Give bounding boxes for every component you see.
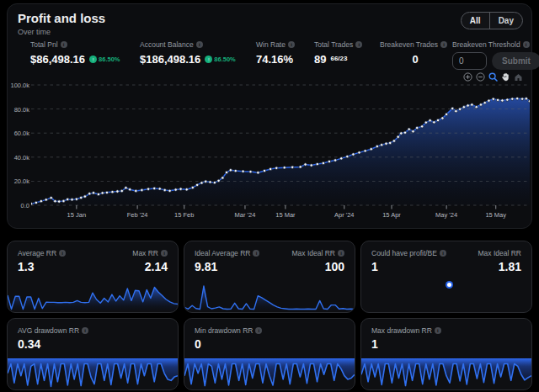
pnl-area-chart[interactable]: [31, 82, 530, 209]
positive-change-badge: 86.50%: [205, 56, 235, 63]
info-icon[interactable]: [59, 250, 66, 257]
card-label: Average RR: [18, 249, 56, 257]
card-label: Max Ideal RR: [478, 249, 522, 257]
range-all-button[interactable]: All: [462, 13, 489, 29]
info-icon[interactable]: [255, 327, 262, 334]
min-drawdown-sparkline: [184, 358, 355, 389]
chart-toolbar: [463, 72, 523, 82]
card-value: 100: [325, 260, 344, 273]
stat-win-rate: Win Rate 74.16%: [256, 40, 295, 66]
submit-button[interactable]: Submit: [492, 52, 539, 70]
ideal-average-rr-sparkline: [184, 283, 355, 312]
x-tick-label: 15 Jan: [67, 211, 87, 219]
card-avg-drawdown-rr: AVG drawdown RR 0.34: [7, 318, 179, 390]
max-drawdown-sparkline: [361, 358, 531, 389]
card-average-rr: Average RR Max RR 1.3 2.14: [7, 241, 179, 313]
stat-label: Win Rate: [256, 40, 286, 49]
pnl-panel: Profit and loss Over time All Day Total …: [7, 3, 532, 229]
card-ideal-average-rr: Ideal Average RR Max Ideal RR 9.81 100: [184, 241, 355, 313]
range-toggle: All Day: [461, 12, 523, 29]
info-icon[interactable]: [196, 41, 203, 48]
stat-label: Breakeven Trades: [380, 40, 438, 49]
card-max-drawdown-rr: Max drawdown RR 1: [360, 318, 532, 390]
x-tick-label: 15 Apr: [382, 211, 401, 219]
avg-drawdown-sparkline: [8, 358, 178, 389]
x-tick-label: Apr '24: [334, 211, 355, 219]
card-label: Max Ideal RR: [292, 249, 336, 257]
card-label: Could have profit/BE: [371, 249, 437, 257]
card-value: 1: [371, 337, 378, 351]
info-icon[interactable]: [288, 41, 295, 48]
info-icon[interactable]: [161, 250, 168, 257]
card-value: 1.81: [499, 260, 521, 273]
x-tick-label: May '24: [435, 211, 457, 219]
card-label: AVG drawdown RR: [18, 326, 79, 335]
card-value: 0: [195, 337, 201, 351]
page-title: Profit and loss: [18, 11, 105, 25]
card-value: 0.34: [18, 337, 40, 351]
y-tick-label: 60.0k: [8, 130, 29, 137]
range-day-button[interactable]: Day: [489, 13, 522, 29]
card-min-drawdown-rr: Min drawdown RR 0: [184, 318, 355, 390]
page-subtitle: Over time: [18, 28, 51, 36]
stat-label: Account Balance: [140, 40, 194, 49]
stat-value: 74.16%: [256, 53, 293, 66]
card-label: Ideal Average RR: [195, 249, 250, 257]
stat-breakeven-trades: Breakeven Trades 0: [380, 40, 451, 66]
y-tick-label: 80.0k: [8, 106, 29, 114]
card-value: 9.81: [195, 260, 217, 273]
stat-value: $186,498.16: [140, 53, 200, 66]
y-tick-label: 20.0k: [8, 177, 29, 185]
stat-total-trades: Total Trades 8966/23: [314, 40, 362, 66]
y-tick-label: 0.0: [8, 202, 29, 209]
stat-account-balance: Account Balance $186,498.16 86.50%: [140, 40, 236, 66]
x-tick-label: 15 Mar: [275, 211, 295, 219]
positive-change-badge: 86.50%: [89, 56, 120, 63]
x-tick-label: 15 Feb: [174, 211, 194, 219]
info-icon[interactable]: [523, 41, 530, 48]
info-icon[interactable]: [82, 327, 88, 334]
card-value: 1: [371, 260, 378, 273]
card-value: 2.14: [145, 260, 168, 273]
stat-value: 0: [412, 53, 418, 66]
info-icon[interactable]: [338, 250, 344, 257]
breakeven-threshold-input[interactable]: [452, 52, 487, 70]
info-icon[interactable]: [355, 41, 362, 48]
stat-label: Total Trades: [314, 40, 353, 49]
info-icon[interactable]: [435, 327, 441, 334]
arrow-up-icon: [205, 56, 212, 63]
pan-hand-icon[interactable]: [501, 72, 510, 82]
arrow-up-icon: [89, 56, 97, 63]
x-tick-label: 15 May: [485, 211, 506, 219]
box-zoom-icon[interactable]: [488, 72, 498, 82]
zoom-out-icon[interactable]: [476, 72, 485, 82]
x-tick-label: Feb '24: [127, 211, 148, 219]
stat-value: 89: [314, 53, 326, 66]
info-icon[interactable]: [253, 250, 259, 257]
y-tick-label: 100.0k: [8, 82, 29, 89]
card-label: Min drawdown RR: [195, 326, 253, 335]
scatter-point: [447, 283, 451, 287]
card-could-have-profit-be: Could have profit/BE Max Ideal RR 1 1.81: [360, 241, 532, 313]
card-value: 1.3: [18, 260, 34, 273]
average-rr-sparkline: [8, 283, 178, 312]
x-tick-label: Mar '24: [235, 211, 256, 219]
reset-home-icon[interactable]: [514, 72, 523, 82]
stat-breakeven-threshold: Breakeven Threshold Submit: [452, 40, 539, 70]
info-icon[interactable]: [440, 41, 447, 48]
y-tick-label: 40.0k: [8, 154, 29, 162]
zoom-in-icon[interactable]: [463, 72, 472, 82]
stat-total-pnl: Total Pnl $86,498.16 86.50%: [30, 40, 120, 66]
card-label: Max drawdown RR: [371, 326, 432, 335]
stat-label: Breakeven Threshold: [452, 40, 520, 49]
stat-label: Total Pnl: [30, 40, 58, 49]
info-icon[interactable]: [61, 41, 67, 48]
info-icon[interactable]: [440, 250, 446, 257]
win-loss-ratio: 66/23: [330, 55, 347, 62]
card-label: Max RR: [132, 249, 158, 257]
stat-value: $86,498.16: [30, 53, 85, 66]
